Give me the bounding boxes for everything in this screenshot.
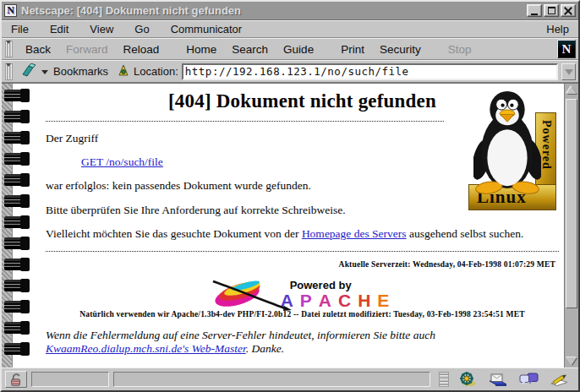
footer-after: . Danke. bbox=[246, 342, 284, 355]
close-button[interactable] bbox=[561, 4, 576, 17]
guide-button[interactable]: Guide bbox=[276, 41, 321, 57]
suggestion-text: Vielleicht möchten Sie das gesuchte Doku… bbox=[46, 227, 559, 241]
back-button[interactable]: Back bbox=[18, 41, 58, 57]
menu-bar: File Edit View Go Communicator Help bbox=[2, 20, 578, 38]
mailbox-button[interactable] bbox=[486, 371, 510, 388]
component-bar-grip[interactable] bbox=[439, 372, 449, 387]
security-button[interactable]: Security bbox=[372, 41, 429, 57]
location-bar: Bookmarks Location: bbox=[2, 60, 578, 83]
navigation-toolbar: Back Forward Reload Home Search Guide Pr… bbox=[2, 38, 578, 60]
scroll-down-button[interactable] bbox=[565, 354, 578, 368]
stop-button[interactable]: Stop bbox=[440, 41, 479, 57]
discussions-button[interactable] bbox=[517, 371, 540, 388]
homepage-link[interactable]: Homepage des Servers bbox=[302, 227, 407, 240]
error-page: Powered Linux bbox=[2, 84, 564, 368]
apache-letter: E bbox=[377, 291, 391, 310]
apache-feather-icon bbox=[211, 275, 292, 313]
apache-letter: A bbox=[319, 291, 333, 310]
browser-content: Powered Linux bbox=[2, 83, 578, 368]
menu-go[interactable]: Go bbox=[134, 23, 149, 35]
scroll-up-button[interactable] bbox=[565, 84, 578, 97]
server-info: Natürlich verwenden wir Apache/1.3b4-dev… bbox=[46, 310, 559, 318]
home-button[interactable]: Home bbox=[178, 41, 224, 57]
apache-letter: P bbox=[300, 291, 314, 310]
bookmarks-dropdown-icon bbox=[41, 70, 48, 78]
horizontal-rule-top bbox=[46, 121, 444, 122]
window-title: Netscape: [404] Dokument nicht gefunden bbox=[21, 4, 523, 17]
speech-bubbles-icon bbox=[519, 373, 539, 387]
open-padlock-icon bbox=[9, 373, 24, 387]
tux-penguin-icon bbox=[473, 86, 541, 194]
close-icon bbox=[564, 7, 572, 15]
navigator-button[interactable] bbox=[456, 371, 479, 388]
netscape-window-icon: N bbox=[4, 4, 17, 17]
footer-before: Wenn die Fehlermeldung auf eine Server-F… bbox=[46, 329, 435, 341]
print-button[interactable]: Print bbox=[333, 41, 372, 57]
url-history-dropdown[interactable] bbox=[561, 63, 576, 80]
scrollbar-thumb[interactable] bbox=[566, 99, 577, 308]
maximize-button[interactable] bbox=[544, 4, 559, 17]
search-button[interactable]: Search bbox=[224, 41, 276, 57]
apache-letter: H bbox=[358, 291, 372, 310]
bookmarks-icon bbox=[21, 63, 38, 80]
apache-powered-by: Powered by bbox=[290, 279, 352, 291]
apache-letter: C bbox=[338, 291, 353, 310]
locationbar-collapse-grip[interactable] bbox=[5, 63, 13, 80]
netscape-logo[interactable]: N bbox=[557, 40, 576, 58]
menu-edit[interactable]: Edit bbox=[50, 23, 68, 35]
webmaster-link[interactable]: KwaamReo.dialup.mch.sni.de's Web-Master bbox=[46, 342, 246, 355]
location-icon bbox=[117, 63, 130, 80]
reload-button[interactable]: Reload bbox=[116, 41, 167, 57]
apache-logo: Powered by APACHE bbox=[46, 272, 559, 309]
envelope-tray-icon bbox=[488, 372, 508, 387]
title-bar[interactable]: N Netscape: [404] Dokument nicht gefunde… bbox=[2, 2, 578, 20]
bookmarks-button[interactable]: Bookmarks bbox=[53, 65, 108, 78]
menu-communicator[interactable]: Communicator bbox=[171, 23, 243, 35]
linux-powered-logo: Powered Linux bbox=[468, 86, 556, 210]
request-link[interactable]: GET /no/such/file bbox=[81, 155, 163, 168]
scrollbar-track[interactable] bbox=[566, 98, 577, 353]
status-message-panel bbox=[113, 372, 430, 387]
footer-note: Wenn die Fehlermeldung auf eine Server-F… bbox=[46, 329, 559, 356]
maximize-icon bbox=[548, 7, 555, 14]
netscape-window: N Netscape: [404] Dokument nicht gefunde… bbox=[0, 0, 580, 392]
arrow-down-icon bbox=[566, 357, 577, 370]
server-time: Aktuelle Serverzeit: Wednesday, 04-Feb-1… bbox=[46, 260, 555, 269]
minimize-icon bbox=[531, 14, 538, 15]
suggestion-after: ausgehend selbst suchen. bbox=[407, 227, 524, 240]
arrow-up-icon bbox=[566, 81, 577, 94]
menu-help[interactable]: Help bbox=[546, 23, 569, 35]
apache-wordmark: APACHE bbox=[278, 291, 394, 309]
menu-file[interactable]: File bbox=[11, 23, 29, 35]
composer-button[interactable] bbox=[547, 371, 571, 388]
location-label: Location: bbox=[134, 65, 178, 78]
pen-paper-icon bbox=[549, 373, 569, 387]
chevron-down-icon bbox=[565, 69, 573, 79]
forward-button[interactable]: Forward bbox=[58, 41, 116, 57]
security-indicator-button[interactable] bbox=[5, 371, 27, 388]
progress-panel bbox=[31, 372, 109, 387]
status-bar bbox=[2, 368, 578, 390]
spiral-binding-rings bbox=[4, 90, 33, 355]
minimize-button[interactable] bbox=[527, 4, 542, 17]
horizontal-rule-bottom bbox=[46, 251, 559, 252]
url-input[interactable] bbox=[182, 63, 558, 80]
component-bar bbox=[435, 370, 575, 389]
suggestion-before: Vielleicht möchten Sie das gesuchte Doku… bbox=[46, 227, 302, 240]
ship-wheel-icon bbox=[458, 371, 477, 388]
toolbar-collapse-grip[interactable] bbox=[5, 41, 13, 57]
vertical-scrollbar bbox=[564, 84, 578, 368]
menu-view[interactable]: View bbox=[90, 23, 113, 35]
